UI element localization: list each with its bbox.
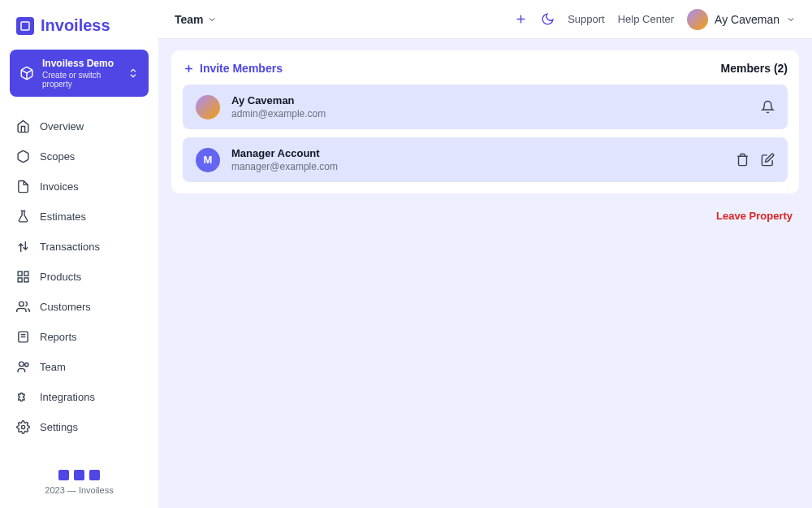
sidebar-item-label: Transactions xyxy=(40,241,100,253)
sidebar-item-label: Scopes xyxy=(40,150,75,163)
plus-icon xyxy=(183,63,195,75)
edit-icon[interactable] xyxy=(761,153,775,167)
brand-logo[interactable]: Invoiless xyxy=(10,13,149,50)
topbar: Team Support Help Center Ay Caveman xyxy=(158,0,812,39)
linkedin-icon[interactable] xyxy=(89,470,100,480)
sidebar-nav: Overview Scopes Invoices Estimates Trans… xyxy=(10,111,149,463)
svg-rect-3 xyxy=(18,271,22,276)
svg-rect-4 xyxy=(24,271,28,276)
svg-point-7 xyxy=(19,302,24,306)
facebook-icon[interactable] xyxy=(74,470,84,480)
member-email: admin@example.com xyxy=(231,108,761,119)
sidebar-item-label: Estimates xyxy=(40,211,86,223)
sidebar-item-invoices[interactable]: Invoices xyxy=(10,172,149,202)
moon-icon[interactable] xyxy=(541,12,555,26)
sidebar-item-team[interactable]: Team xyxy=(10,352,149,382)
box-icon xyxy=(16,150,30,163)
page-title: Team xyxy=(175,13,204,26)
member-row: Ay Caveman admin@example.com xyxy=(183,85,788,129)
leave-property-button[interactable]: Leave Property xyxy=(171,210,799,222)
page-title-dropdown[interactable]: Team xyxy=(175,13,217,26)
property-switcher[interactable]: Invoiless Demo Create or switch property xyxy=(10,50,149,97)
sidebar-item-label: Team xyxy=(40,361,66,373)
invite-members-button[interactable]: Invite Members xyxy=(183,62,283,75)
user-name: Ay Caveman xyxy=(715,13,780,26)
team-icon xyxy=(16,360,30,374)
member-email: manager@example.com xyxy=(231,161,736,172)
sidebar-item-settings[interactable]: Settings xyxy=(10,412,149,442)
svg-rect-0 xyxy=(21,22,29,30)
avatar: M xyxy=(196,148,220,172)
member-name: Manager Account xyxy=(231,147,736,159)
bell-icon[interactable] xyxy=(761,100,775,114)
sidebar-item-label: Integrations xyxy=(40,391,95,403)
sidebar-item-estimates[interactable]: Estimates xyxy=(10,202,149,232)
help-center-link[interactable]: Help Center xyxy=(618,13,674,25)
sidebar-item-customers[interactable]: Customers xyxy=(10,292,149,322)
sidebar-item-integrations[interactable]: Integrations xyxy=(10,382,149,412)
svg-point-13 xyxy=(21,425,24,428)
svg-point-12 xyxy=(25,363,28,366)
gear-icon xyxy=(16,420,30,434)
property-name: Invoiless Demo xyxy=(42,58,119,71)
svg-rect-5 xyxy=(24,278,28,282)
chevron-down-icon xyxy=(207,15,217,24)
files-icon xyxy=(16,180,30,193)
flask-icon xyxy=(16,210,30,224)
social-links xyxy=(10,470,149,480)
sidebar-item-products[interactable]: Products xyxy=(10,262,149,292)
members-card: Invite Members Members (2) Ay Caveman ad… xyxy=(171,50,799,193)
members-count: Members (2) xyxy=(721,62,788,75)
twitter-icon[interactable] xyxy=(58,470,69,480)
support-link[interactable]: Support xyxy=(568,13,605,25)
home-icon xyxy=(16,119,30,133)
sidebar-item-label: Products xyxy=(40,271,81,283)
sidebar-item-scopes[interactable]: Scopes xyxy=(10,141,149,172)
brand-name: Invoiless xyxy=(41,16,110,35)
sidebar-item-reports[interactable]: Reports xyxy=(10,322,149,352)
sidebar-item-label: Customers xyxy=(40,301,91,313)
sidebar-item-transactions[interactable]: Transactions xyxy=(10,232,149,262)
user-menu[interactable]: Ay Caveman xyxy=(687,9,796,30)
chevrons-up-down-icon xyxy=(127,67,139,79)
avatar xyxy=(687,9,708,30)
report-icon xyxy=(16,330,30,344)
plus-icon[interactable] xyxy=(514,12,528,26)
member-name: Ay Caveman xyxy=(231,94,761,106)
logo-icon xyxy=(16,17,34,35)
cube-icon xyxy=(19,66,34,80)
sidebar-item-label: Overview xyxy=(40,120,84,132)
sidebar-item-label: Invoices xyxy=(40,180,79,193)
svg-point-11 xyxy=(19,362,24,367)
chevron-down-icon xyxy=(786,15,796,24)
grid-icon xyxy=(16,270,30,284)
trash-icon[interactable] xyxy=(736,153,749,167)
arrows-up-down-icon xyxy=(16,240,30,254)
property-subtitle: Create or switch property xyxy=(42,71,119,89)
users-icon xyxy=(16,300,30,314)
sidebar-item-label: Reports xyxy=(40,331,77,343)
sidebar-item-overview[interactable]: Overview xyxy=(10,111,149,141)
sidebar-item-label: Settings xyxy=(40,421,78,433)
svg-rect-6 xyxy=(18,278,22,282)
member-row: M Manager Account manager@example.com xyxy=(183,137,788,182)
avatar xyxy=(196,95,220,119)
puzzle-icon xyxy=(16,390,30,404)
copyright: 2023 — Invoiless xyxy=(10,485,149,495)
invite-label: Invite Members xyxy=(200,62,283,75)
